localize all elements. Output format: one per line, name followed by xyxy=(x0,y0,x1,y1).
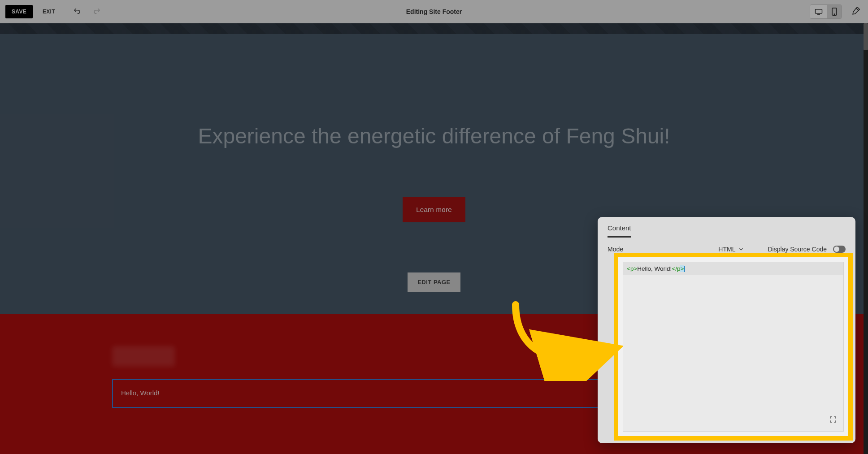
code-line-1: <p>Hello, World!</p> xyxy=(623,262,843,275)
tab-content[interactable]: Content xyxy=(608,224,631,238)
mode-select[interactable]: HTML xyxy=(718,246,744,253)
mobile-icon xyxy=(832,8,837,16)
code-token-close-slash: </ xyxy=(672,265,677,272)
mode-value: HTML xyxy=(718,246,735,253)
undo-button[interactable] xyxy=(71,5,83,18)
content-panel-tabs: Content xyxy=(598,217,855,239)
code-token-close-gt: > xyxy=(680,265,684,272)
save-button[interactable]: SAVE xyxy=(5,5,33,18)
viewport-desktop-button[interactable] xyxy=(810,5,827,18)
viewport-mobile-button[interactable] xyxy=(827,5,842,18)
code-editor[interactable]: <p>Hello, World!</p> xyxy=(623,262,844,432)
paintbrush-icon xyxy=(851,7,860,16)
desktop-icon xyxy=(815,8,823,15)
svg-rect-0 xyxy=(816,9,822,13)
mode-label: Mode xyxy=(608,246,623,253)
undo-redo-group xyxy=(71,5,103,18)
footer-logo-placeholder xyxy=(112,346,175,367)
design-tool-button[interactable] xyxy=(848,4,863,20)
display-source-label: Display Source Code xyxy=(768,246,827,253)
svg-point-2 xyxy=(834,14,834,14)
code-editor-highlight-frame: <p>Hello, World!</p> xyxy=(614,253,853,441)
text-cursor-icon xyxy=(684,266,685,272)
edit-page-button[interactable]: EDIT PAGE xyxy=(408,272,460,292)
undo-icon xyxy=(73,7,81,15)
hero-dark-band xyxy=(0,23,868,34)
display-source-toggle[interactable] xyxy=(833,246,846,253)
redo-icon xyxy=(93,7,101,15)
code-token-text: Hello, World! xyxy=(637,265,672,272)
code-block-rendered-text: Hello, World! xyxy=(121,389,160,397)
topbar-right-group xyxy=(810,4,863,20)
hero-headline: Experience the energetic difference of F… xyxy=(198,124,670,148)
canvas-scrollbar-thumb[interactable] xyxy=(864,23,868,50)
viewport-toggle-group xyxy=(810,4,842,19)
content-panel: Content Mode HTML Display Source Code <p… xyxy=(598,217,855,443)
page-title: Editing Site Footer xyxy=(406,8,462,15)
canvas-scrollbar-track[interactable] xyxy=(864,23,868,454)
learn-more-button[interactable]: Learn more xyxy=(403,197,465,222)
fullscreen-button[interactable] xyxy=(829,415,837,425)
code-token-open-tag: <p> xyxy=(627,265,637,272)
redo-button[interactable] xyxy=(91,5,103,18)
chevron-down-icon xyxy=(738,246,744,252)
fullscreen-icon xyxy=(829,415,837,424)
editor-topbar: SAVE EXIT Editing Site Footer xyxy=(0,0,868,23)
exit-button[interactable]: EXIT xyxy=(36,5,61,18)
